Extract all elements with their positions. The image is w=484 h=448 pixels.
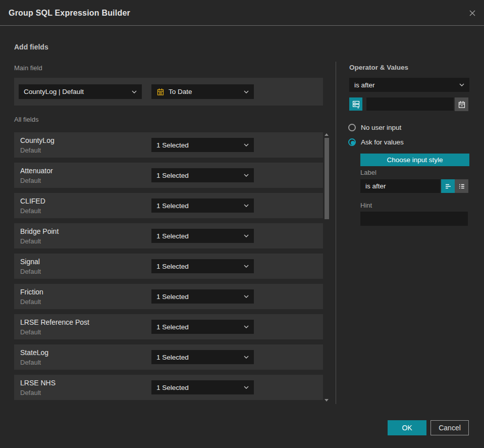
operator-select[interactable]: is after <box>349 78 469 92</box>
stacked-values-icon[interactable] <box>349 97 362 111</box>
field-name: LRSE Reference Post <box>20 318 89 326</box>
scroll-up-icon[interactable] <box>325 133 329 136</box>
title-bar: Group SQL Expression Builder <box>0 0 484 26</box>
field-selected-value: 1 Selected <box>156 384 189 391</box>
field-sublabel: Default <box>20 389 41 396</box>
field-selected-dropdown[interactable]: 1 Selected <box>151 229 254 243</box>
chevron-down-icon <box>244 265 249 268</box>
chevron-down-icon <box>244 90 249 93</box>
chevron-down-icon <box>459 83 464 86</box>
field-selected-dropdown[interactable]: 1 Selected <box>151 380 254 394</box>
scrollbar-thumb[interactable] <box>325 138 329 219</box>
field-selected-dropdown[interactable]: 1 Selected <box>151 198 254 213</box>
field-name: CountyLog <box>20 136 55 144</box>
list-scrollbar[interactable] <box>325 132 329 403</box>
field-selected-dropdown[interactable]: 1 Selected <box>151 289 254 304</box>
field-selected-value: 1 Selected <box>156 202 189 210</box>
field-name: Attenuator <box>20 167 53 175</box>
group-sql-expression-builder-dialog: Group SQL Expression Builder Add fields … <box>0 0 484 448</box>
label-input[interactable] <box>360 179 440 193</box>
field-selected-dropdown[interactable]: 1 Selected <box>151 320 254 334</box>
chevron-down-icon <box>244 234 249 237</box>
field-sublabel: Default <box>20 237 41 245</box>
hint-input[interactable] <box>360 212 468 226</box>
field-name: Bridge Point <box>20 227 59 235</box>
field-name: Friction <box>20 288 43 296</box>
ok-button[interactable]: OK <box>388 420 426 435</box>
radio-circle-icon[interactable] <box>348 124 356 131</box>
field-row: StateLog Default 1 Selected <box>14 344 323 370</box>
field-row: Friction Default 1 Selected <box>14 284 323 309</box>
add-fields-heading: Add fields <box>14 43 48 51</box>
field-selected-dropdown[interactable]: 1 Selected <box>151 168 254 182</box>
align-left-icon[interactable] <box>441 179 455 193</box>
chevron-down-icon <box>244 174 249 177</box>
main-field-select[interactable]: CountyLog | Default <box>19 84 142 99</box>
field-sublabel: Default <box>20 177 41 184</box>
radio-no-user-input-label: No user input <box>361 124 401 131</box>
chevron-down-icon <box>132 90 137 93</box>
cancel-button[interactable]: Cancel <box>431 420 469 435</box>
field-row: Bridge Point Default 1 Selected <box>14 223 323 248</box>
field-sublabel: Default <box>20 146 41 154</box>
field-selected-value: 1 Selected <box>156 323 189 331</box>
field-row: LRSE NHS Default 1 Selected <box>14 375 323 400</box>
main-field-date-value: To Date <box>169 88 192 95</box>
field-selected-value: 1 Selected <box>156 232 189 240</box>
chevron-down-icon <box>244 356 249 359</box>
scroll-down-icon[interactable] <box>325 399 329 402</box>
operator-values-heading: Operator & Values <box>349 64 408 71</box>
calendar-icon <box>156 88 165 96</box>
main-field-date-select[interactable]: To Date <box>151 84 254 99</box>
chevron-down-icon <box>244 204 249 207</box>
field-selected-value: 1 Selected <box>156 263 189 270</box>
operator-select-value: is after <box>354 81 375 89</box>
field-row: Signal Default 1 Selected <box>14 254 323 279</box>
chevron-down-icon <box>244 325 249 328</box>
field-row: Attenuator Default 1 Selected <box>14 163 323 188</box>
choose-input-style-button[interactable]: Choose input style <box>360 154 469 166</box>
field-sublabel: Default <box>20 268 41 275</box>
list-icon[interactable] <box>455 179 468 193</box>
field-sublabel: Default <box>20 359 41 366</box>
calendar-picker-icon[interactable] <box>455 97 468 111</box>
all-fields-label: All fields <box>14 116 38 123</box>
field-selected-dropdown[interactable]: 1 Selected <box>151 138 254 152</box>
field-sublabel: Default <box>20 207 41 215</box>
field-row: LRSE Reference Post Default 1 Selected <box>14 314 323 339</box>
field-name: CLIFED <box>20 197 45 205</box>
field-selected-value: 1 Selected <box>156 172 189 179</box>
main-field-select-value: CountyLog | Default <box>24 88 84 95</box>
field-row: CountyLog Default 1 Selected <box>14 132 323 158</box>
field-name: Signal <box>20 258 40 266</box>
chevron-down-icon <box>244 295 249 298</box>
field-sublabel: Default <box>20 328 41 336</box>
field-name: LRSE NHS <box>20 379 56 387</box>
radio-ask-for-values-label: Ask for values <box>361 138 404 146</box>
main-field-label: Main field <box>14 64 42 72</box>
value-input[interactable] <box>366 97 454 111</box>
field-selected-value: 1 Selected <box>156 141 189 149</box>
main-field-box: CountyLog | Default To Date <box>14 78 323 106</box>
all-fields-list: CountyLog Default 1 Selected Attenuator … <box>14 132 323 405</box>
panel-divider <box>336 62 336 404</box>
chevron-down-icon <box>244 143 249 146</box>
radio-no-user-input[interactable]: No user input <box>348 124 401 131</box>
field-selected-dropdown[interactable]: 1 Selected <box>151 259 254 273</box>
radio-ask-for-values[interactable]: Ask for values <box>348 138 404 146</box>
field-row: CLIFED Default 1 Selected <box>14 193 323 218</box>
close-icon[interactable] <box>467 8 478 19</box>
field-sublabel: Default <box>20 298 41 306</box>
dialog-title: Group SQL Expression Builder <box>9 0 130 26</box>
field-selected-value: 1 Selected <box>156 354 189 361</box>
field-selected-value: 1 Selected <box>156 293 189 301</box>
radio-circle-checked-icon[interactable] <box>348 138 356 146</box>
field-selected-dropdown[interactable]: 1 Selected <box>151 350 254 364</box>
hint-label: Hint <box>360 202 372 209</box>
label-label: Label <box>360 169 377 176</box>
field-name: StateLog <box>20 349 48 357</box>
chevron-down-icon <box>244 386 249 389</box>
